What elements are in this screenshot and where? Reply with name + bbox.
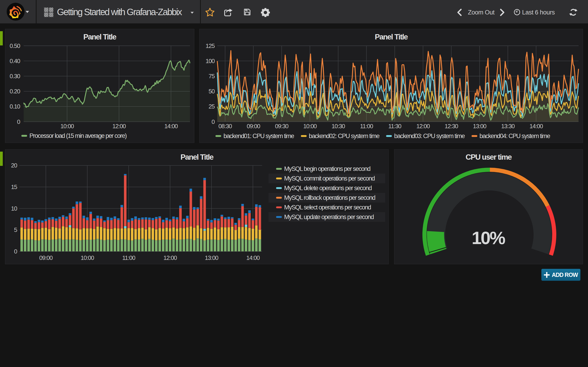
svg-text:100: 100 [206,58,215,65]
svg-text:12:30: 12:30 [445,123,458,130]
svg-text:11:00: 11:00 [360,123,373,130]
svg-text:09:00: 09:00 [39,254,53,261]
svg-text:10: 10 [11,205,17,212]
svg-text:14:00: 14:00 [529,123,543,130]
svg-text:12:00: 12:00 [112,123,126,130]
svg-text:125: 125 [206,42,215,49]
svg-text:0: 0 [17,118,20,125]
svg-text:10:00: 10:00 [61,123,74,130]
svg-text:14:00: 14:00 [246,254,260,261]
svg-text:20: 20 [11,162,17,169]
svg-text:11:00: 11:00 [122,254,135,261]
svg-text:0.50: 0.50 [10,42,20,49]
svg-text:50: 50 [208,88,215,95]
svg-text:11:30: 11:30 [389,123,401,130]
svg-text:0.20: 0.20 [10,88,20,95]
svg-text:10%: 10% [472,228,505,248]
svg-text:0.40: 0.40 [10,58,20,65]
svg-text:08:30: 08:30 [218,123,232,130]
svg-text:0: 0 [212,118,215,125]
svg-text:12:00: 12:00 [164,254,177,261]
svg-text:13:00: 13:00 [205,254,218,261]
svg-text:13:00: 13:00 [473,123,486,130]
svg-text:25: 25 [208,103,215,110]
svg-text:12:00: 12:00 [416,123,430,130]
svg-text:09:30: 09:30 [275,123,288,130]
svg-text:14:00: 14:00 [164,123,178,130]
svg-text:0.30: 0.30 [10,73,20,80]
svg-text:13:30: 13:30 [501,123,515,130]
svg-text:10:00: 10:00 [303,123,317,130]
svg-text:0.10: 0.10 [10,103,20,110]
svg-text:10:30: 10:30 [331,123,345,130]
svg-text:10:00: 10:00 [81,254,94,261]
svg-text:15: 15 [11,184,17,190]
svg-text:75: 75 [208,73,215,80]
svg-text:09:00: 09:00 [247,123,260,130]
svg-text:0: 0 [14,248,17,255]
svg-text:5: 5 [14,226,17,233]
